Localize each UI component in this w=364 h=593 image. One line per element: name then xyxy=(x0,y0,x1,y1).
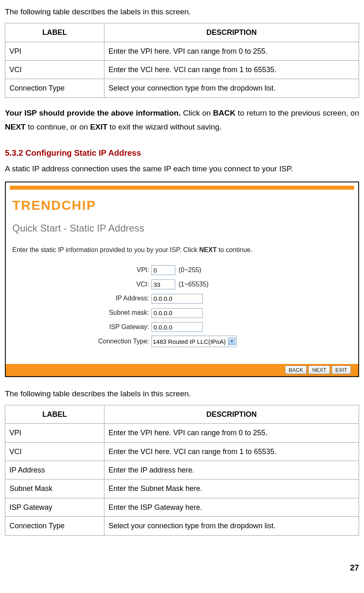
cell-label: Connection Type xyxy=(5,517,104,535)
th-desc: DESCRIPTION xyxy=(104,23,359,42)
subnet-input[interactable] xyxy=(151,308,203,318)
cell-label: VCI xyxy=(5,60,104,79)
vpi-hint: (0~255) xyxy=(179,264,201,276)
text: to return to the previous screen, on xyxy=(235,109,359,117)
table-row: VPI Enter the VPI here. VPI can range fr… xyxy=(5,42,359,60)
cell-label: Connection Type xyxy=(5,79,104,98)
cell-label: IP Address xyxy=(5,461,104,479)
cell-label: Subnet Mask xyxy=(5,479,104,498)
conn-type-select[interactable]: 1483 Routed IP LLC(IPoA) xyxy=(151,336,237,347)
cell-label: ISP Gateway xyxy=(5,498,104,516)
conn-type-label: Connection Type: xyxy=(6,336,151,348)
table-row: Connection Type Select your connection t… xyxy=(5,79,359,98)
vpi-label: VPI: xyxy=(6,264,151,276)
label-description-table-1: LABEL DESCRIPTION VPI Enter the VPI here… xyxy=(5,23,359,98)
wizard-title: Quick Start - Static IP Address xyxy=(12,219,358,237)
subnet-label: Subnet mask: xyxy=(6,307,151,319)
next-bold: NEXT xyxy=(5,123,26,131)
exit-button[interactable]: EXIT xyxy=(332,366,351,374)
text: Enter the static IP information provided… xyxy=(12,246,199,253)
form-row-ip: IP Address: xyxy=(6,293,358,304)
section-heading: 5.3.2 Configuring Static IP Address xyxy=(5,145,359,160)
table-row: VPI Enter the VPI here. VPI can range fr… xyxy=(5,424,359,442)
ip-input[interactable] xyxy=(151,294,203,304)
th-label: LABEL xyxy=(5,23,104,42)
table-row: ISP Gateway Enter the ISP Gateway here. xyxy=(5,498,359,516)
table-header-row: LABEL DESCRIPTION xyxy=(5,23,359,42)
cell-desc: Select your connection type from the dro… xyxy=(104,79,359,98)
th-label: LABEL xyxy=(5,405,104,423)
cell-desc: Select your connection type from the dro… xyxy=(104,517,359,535)
intro-text-2: The following table describes the labels… xyxy=(5,387,359,401)
table-row: IP Address Enter the IP address here. xyxy=(5,461,359,479)
form-row-vci: VCI: (1~65535) xyxy=(6,279,358,291)
table-row: VCI Enter the VCI here. VCI can range fr… xyxy=(5,60,359,79)
cell-desc: Enter the VCI here. VCI can range from 1… xyxy=(104,60,359,79)
table-header-row: LABEL DESCRIPTION xyxy=(5,405,359,423)
form-area: VPI: (0~255) VCI: (1~65535) IP Address: … xyxy=(6,264,358,348)
cell-label: VPI xyxy=(5,424,104,442)
cell-desc: Enter the IP address here. xyxy=(104,461,359,479)
cell-desc: Enter the ISP Gateway here. xyxy=(104,498,359,516)
isp-bold: Your ISP should provide the above inform… xyxy=(5,109,181,117)
text: Click on xyxy=(181,109,213,117)
conn-type-value: 1483 Routed IP LLC(IPoA) xyxy=(153,336,226,347)
exit-bold: EXIT xyxy=(90,123,107,131)
text: to exit the wizard without saving. xyxy=(107,123,222,131)
table-row: Subnet Mask Enter the Subnet Mask here. xyxy=(5,479,359,498)
navigation-paragraph: Your ISP should provide the above inform… xyxy=(5,106,359,134)
page-number: 27 xyxy=(5,560,359,575)
chevron-down-icon xyxy=(228,338,235,345)
form-row-gateway: ISP Gateway: xyxy=(6,321,358,333)
next-bold: NEXT xyxy=(199,246,217,253)
cell-label: VCI xyxy=(5,442,104,461)
next-button[interactable]: NEXT xyxy=(308,366,330,374)
text: to continue. xyxy=(217,246,252,253)
vci-hint: (1~65535) xyxy=(179,279,208,291)
form-row-vpi: VPI: (0~255) xyxy=(6,264,358,276)
cell-desc: Enter the VPI here. VPI can range from 0… xyxy=(104,42,359,60)
back-button[interactable]: BACK xyxy=(285,366,307,374)
gateway-label: ISP Gateway: xyxy=(6,321,151,333)
cell-desc: Enter the Subnet Mask here. xyxy=(104,479,359,498)
top-orange-bar xyxy=(10,186,354,190)
bottom-orange-bar: BACK NEXT EXIT xyxy=(6,364,358,376)
section-description: A static IP address connection uses the … xyxy=(5,162,359,176)
cell-desc: Enter the VPI here. VPI can range from 0… xyxy=(104,424,359,442)
vci-label: VCI: xyxy=(6,279,151,291)
table-row: VCI Enter the VCI here. VCI can range fr… xyxy=(5,442,359,461)
table-row: Connection Type Select your connection t… xyxy=(5,517,359,535)
form-row-subnet: Subnet mask: xyxy=(6,307,358,319)
label-description-table-2: LABEL DESCRIPTION VPI Enter the VPI here… xyxy=(5,405,359,536)
wizard-screenshot: TRENDCHIP Quick Start - Static IP Addres… xyxy=(5,182,359,377)
vci-input[interactable] xyxy=(151,279,175,289)
intro-text-1: The following table describes the labels… xyxy=(5,5,359,19)
brand-logo: TRENDCHIP xyxy=(12,194,358,218)
gateway-input[interactable] xyxy=(151,322,203,332)
cell-label: VPI xyxy=(5,42,104,60)
wizard-description: Enter the static IP information provided… xyxy=(12,244,358,256)
text: to continue, or on xyxy=(26,123,90,131)
back-bold: BACK xyxy=(213,109,235,117)
th-desc: DESCRIPTION xyxy=(104,405,359,423)
form-row-conn-type: Connection Type: 1483 Routed IP LLC(IPoA… xyxy=(6,336,358,348)
vpi-input[interactable] xyxy=(151,265,175,275)
ip-label: IP Address: xyxy=(6,293,151,304)
cell-desc: Enter the VCI here. VCI can range from 1… xyxy=(104,442,359,461)
